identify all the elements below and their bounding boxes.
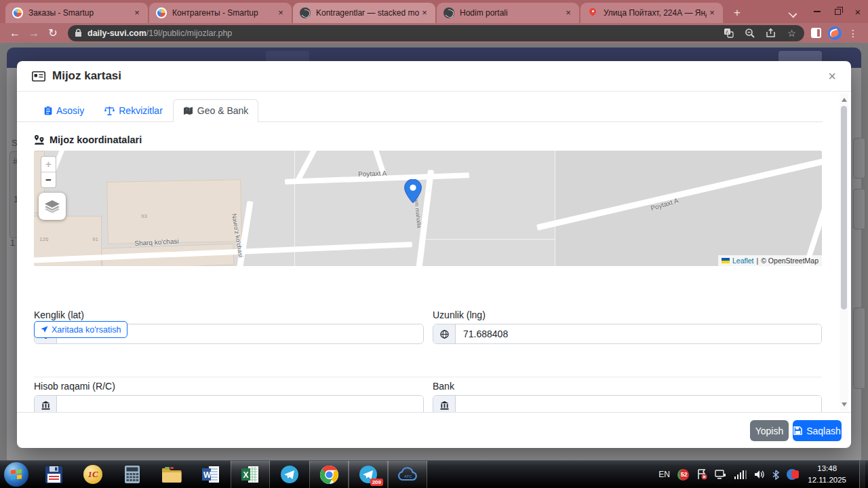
browser-tab-yandex-maps[interactable]: Улица Пойтахт, 224А — Янде × xyxy=(580,3,723,23)
tray-app-badge-icon[interactable] xyxy=(787,469,797,480)
map-layers-button[interactable] xyxy=(39,193,66,220)
tab-search-chevron-icon[interactable] xyxy=(784,4,802,22)
modal-footer: Yopish Saqlash xyxy=(17,412,851,448)
wifi-signal-icon[interactable] xyxy=(734,470,747,479)
account-label: Hisob raqami (R/C) xyxy=(34,381,115,392)
taskbar-clock[interactable]: 13:48 12.11.2025 xyxy=(808,463,846,485)
taskbar-word-app[interactable]: W xyxy=(191,461,231,488)
tab-label: Geo & Bank xyxy=(197,105,249,116)
building-number: 126 xyxy=(39,236,48,242)
leaflet-link[interactable]: Leaflet xyxy=(732,257,754,265)
windows-taskbar: 1С W X 209 ATC EN 52 xyxy=(0,460,868,488)
tab-rekvizitlar[interactable]: Rekvizitlar xyxy=(94,99,173,122)
tab-close-icon[interactable]: × xyxy=(563,7,574,18)
bluetooth-icon[interactable] xyxy=(772,470,779,480)
tab-title: Контрагенты - Smartup xyxy=(172,8,275,18)
bank-icon xyxy=(433,396,456,412)
map-markers-icon xyxy=(34,135,45,145)
lng-input[interactable] xyxy=(456,324,821,343)
zoom-in-button[interactable]: + xyxy=(41,157,56,172)
url-domain: daily-suvi.com xyxy=(87,29,146,38)
modal-scrollbar[interactable] xyxy=(840,94,848,411)
tab-geo-bank-active[interactable]: Geo & Bank xyxy=(173,99,259,122)
scroll-down-arrow[interactable] xyxy=(842,402,847,407)
scrollbar-thumb[interactable] xyxy=(841,106,847,309)
close-window-button[interactable]: × xyxy=(848,3,868,20)
reload-button[interactable]: ↻ xyxy=(43,26,62,39)
forward-button[interactable]: → xyxy=(24,27,43,39)
url-text: daily-suvi.com/19l/public/mijozlar.php xyxy=(87,29,232,38)
taskbar-telegram-app[interactable] xyxy=(270,461,309,488)
profile-avatar[interactable] xyxy=(828,26,842,40)
tile-seam xyxy=(555,151,555,266)
save-button[interactable]: Saqlash xyxy=(793,420,842,441)
tab-asosiy[interactable]: Asosiy xyxy=(34,99,94,122)
scroll-up-arrow[interactable] xyxy=(842,98,847,102)
translate-icon[interactable]: A xyxy=(723,27,734,39)
show-on-map-button[interactable]: Xaritada ko'rsatish xyxy=(34,321,127,338)
maximize-button[interactable] xyxy=(827,3,848,20)
taskbar-1c-app[interactable]: 1С xyxy=(73,461,113,488)
tab-title: Hodim portali xyxy=(460,8,563,18)
taskbar-calculator-app[interactable] xyxy=(113,461,152,488)
tab-close-icon[interactable]: × xyxy=(132,7,142,18)
show-desktop-button[interactable] xyxy=(859,461,865,488)
leaflet-map[interactable]: 93 91 126 xyxy=(34,151,822,266)
zoom-out-button[interactable]: − xyxy=(41,172,56,188)
taskbar-explorer-app[interactable] xyxy=(152,461,191,488)
lng-label: Uzunlik (lng) xyxy=(433,309,486,320)
taskbar-excel-app-active[interactable]: X xyxy=(231,461,270,488)
new-tab-button[interactable]: + xyxy=(728,4,746,22)
tab-close-icon[interactable]: × xyxy=(275,7,286,18)
save-button-label: Saqlash xyxy=(806,426,841,436)
toolbar-right-icons: ⋮ xyxy=(811,26,858,40)
map-zoom-control: + − xyxy=(41,156,56,188)
save-floppy-icon xyxy=(793,426,802,435)
close-button[interactable]: Yopish xyxy=(750,420,789,441)
close-button-label: Yopish xyxy=(755,426,784,436)
browser-tab-zakazy[interactable]: Заказы - Smartup × xyxy=(5,3,148,23)
ukraine-flag-icon xyxy=(722,258,730,263)
smartup-favicon-icon xyxy=(156,7,167,18)
bookmark-star-icon[interactable]: ☆ xyxy=(786,27,797,39)
modal-header: Mijoz kartasi × xyxy=(17,61,851,92)
action-center-flag-icon[interactable] xyxy=(696,469,707,480)
side-panel-icon[interactable] xyxy=(811,28,821,38)
map-marker-pin[interactable] xyxy=(404,179,422,206)
browser-tab-hodim[interactable]: Hodim portali × xyxy=(437,3,579,23)
bank-label: Bank xyxy=(433,381,454,392)
account-input[interactable] xyxy=(57,396,423,412)
id-card-icon xyxy=(32,71,45,81)
volume-icon[interactable] xyxy=(754,470,765,479)
bank-input[interactable] xyxy=(456,396,821,412)
start-button[interactable] xyxy=(4,462,28,487)
site-favicon-icon xyxy=(300,7,311,18)
cloud-icon: ATC xyxy=(397,466,418,483)
site-favicon-icon xyxy=(443,7,454,18)
antivirus-badge-icon[interactable]: 52 xyxy=(677,469,689,481)
zoom-out-page-icon[interactable] xyxy=(744,27,755,39)
modal-close-icon[interactable]: × xyxy=(828,69,836,83)
osm-link[interactable]: © OpenStreetMap xyxy=(761,257,818,265)
taskbar-save-app[interactable] xyxy=(34,461,73,488)
back-button[interactable]: ← xyxy=(5,27,24,39)
address-bar[interactable]: daily-suvi.com/19l/public/mijozlar.php A… xyxy=(68,25,804,41)
taskbar-cloud-app-active[interactable]: ATC xyxy=(388,461,427,488)
taskbar-telegram2-app-active[interactable]: 209 xyxy=(349,461,388,488)
tab-label: Rekvizitlar xyxy=(119,105,163,116)
clock-date: 12.11.2025 xyxy=(808,474,846,486)
network-plug-icon[interactable] xyxy=(715,470,727,480)
building-number: 91 xyxy=(92,236,98,242)
attribution-separator: | xyxy=(756,257,758,265)
browser-tab-kontragentlar-active[interactable]: Kontragentlar — stacked moda × xyxy=(293,3,435,23)
tab-close-icon[interactable]: × xyxy=(707,7,717,18)
browser-menu-icon[interactable]: ⋮ xyxy=(848,28,858,39)
client-card-modal: Mijoz kartasi × Asosiy Rekvizitlar xyxy=(17,61,851,448)
show-on-map-label: Xaritada ko'rsatish xyxy=(52,325,121,335)
taskbar-chrome-app-active[interactable] xyxy=(309,461,349,488)
browser-tab-kontragenty[interactable]: Контрагенты - Smartup × xyxy=(149,3,292,23)
minimize-button[interactable] xyxy=(807,3,827,20)
language-indicator[interactable]: EN xyxy=(658,470,670,479)
share-icon[interactable] xyxy=(765,27,776,39)
tab-close-icon[interactable]: × xyxy=(419,7,430,18)
